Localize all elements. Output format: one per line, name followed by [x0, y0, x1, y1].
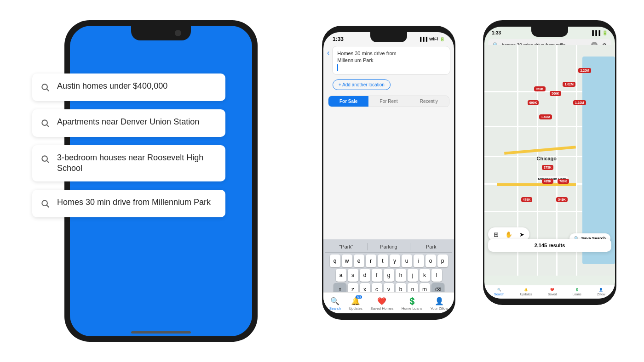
front-nav-bar: 🔍 Search 🔔 63 Updates ❤️ Saved Homes 💲 — [323, 292, 454, 313]
front-nav-updates[interactable]: 🔔 63 Updates — [349, 296, 362, 311]
search-icon-4 — [40, 198, 51, 209]
back-nav-saved[interactable]: ❤️ Saved — [548, 288, 557, 296]
back-status-icons: ▐▐▐ 🔋 — [591, 30, 608, 35]
back-nav-updates-icon: 🔔 — [524, 288, 528, 292]
front-nav-loans-icon: 💲 — [408, 296, 417, 305]
touch-button[interactable]: ✋ — [504, 229, 514, 239]
tab-for-rent[interactable]: For Rent — [368, 96, 408, 107]
back-nav-profile-icon: 👤 — [599, 288, 603, 292]
front-time: 1:33 — [333, 36, 344, 42]
key-e[interactable]: e — [354, 255, 364, 267]
keyboard-row-2: a s d f g h j k l — [325, 269, 452, 282]
key-a[interactable]: a — [336, 269, 346, 282]
key-q[interactable]: q — [330, 255, 340, 267]
key-k[interactable]: k — [420, 269, 430, 282]
search-text-2: Apartments near Denver Union Station — [57, 117, 199, 127]
front-phone-notch — [370, 32, 407, 42]
property-tabs: For Sale For Rent Recently — [328, 96, 449, 107]
phone-home-bar — [131, 331, 191, 334]
keyboard-suggestions: "Park" Parking Park — [325, 241, 452, 253]
key-w[interactable]: w — [342, 255, 352, 267]
key-u[interactable]: u — [402, 255, 412, 267]
key-p[interactable]: p — [437, 255, 448, 267]
layers-button[interactable]: ⊞ — [491, 229, 501, 239]
key-f[interactable]: f — [372, 269, 382, 282]
search-card-1[interactable]: Austin homes under $400,000 — [32, 74, 225, 101]
front-nav-search[interactable]: 🔍 Search — [329, 296, 341, 311]
key-r[interactable]: r — [366, 255, 376, 267]
key-l[interactable]: l — [431, 269, 442, 282]
front-nav-saved-icon: ❤️ — [377, 296, 386, 305]
svg-point-0 — [42, 84, 47, 90]
svg-line-5 — [47, 161, 49, 163]
svg-line-7 — [47, 205, 49, 208]
results-count-bar: 2,145 results — [488, 239, 611, 252]
map-highway-1 — [504, 146, 576, 155]
key-h[interactable]: h — [396, 269, 406, 282]
back-phone-screen: 1:33 ▐▐▐ 🔋 🔍 homes 30 mins drive from mi… — [484, 27, 615, 299]
back-nav-updates[interactable]: 🔔 Updates — [520, 288, 532, 296]
back-arrow-button[interactable]: ‹ — [327, 49, 329, 57]
back-nav-profile[interactable]: 👤 Zillow — [597, 288, 605, 296]
back-time: 1:33 — [492, 30, 501, 35]
suggest-park[interactable]: Park — [410, 243, 452, 250]
key-s[interactable]: s — [348, 269, 358, 282]
front-nav-loans[interactable]: 💲 Home Loans — [402, 296, 422, 311]
tab-recently[interactable]: Recently — [409, 96, 449, 107]
chicago-city-label: Chicago — [537, 156, 557, 161]
svg-line-1 — [47, 89, 49, 91]
price-pin-2: 1.02M — [563, 82, 575, 87]
price-pin-11: 479K — [521, 197, 533, 202]
search-query-text: Homes 30 mins drive fromMillennium Park — [337, 50, 396, 64]
key-y[interactable]: y — [390, 255, 400, 267]
phone-camera — [175, 30, 181, 36]
navigation-button[interactable]: ➤ — [517, 229, 527, 239]
search-cards-list: Austin homes under $400,000 Apartments n… — [32, 74, 225, 217]
tab-for-sale[interactable]: For Sale — [328, 96, 368, 107]
front-phone-screen: 1:33 ▐▐▐ WiFi 🔋 ‹ Homes 30 mins drive fr… — [323, 32, 454, 313]
price-pin-1: 2.25M — [578, 68, 591, 73]
suggest-park-quote[interactable]: "Park" — [325, 243, 368, 250]
back-nav-bar: 🔍 Search 🔔 Updates ❤️ Saved 💲 Loans 👤 — [484, 285, 615, 299]
search-card-3[interactable]: 3-bedroom houses near Roosevelt High Sch… — [32, 145, 225, 181]
back-phone: 1:33 ▐▐▐ 🔋 🔍 homes 30 mins drive from mi… — [483, 20, 616, 305]
results-area — [323, 109, 454, 136]
front-nav-profile-icon: 👤 — [435, 296, 444, 305]
key-i[interactable]: i — [414, 255, 424, 267]
search-text-4: Homes 30 min drive from Millennium Park — [57, 197, 211, 208]
back-nav-search[interactable]: 🔍 Search — [494, 288, 504, 296]
search-card-4[interactable]: Homes 30 min drive from Millennium Park — [32, 190, 225, 217]
svg-point-2 — [42, 120, 47, 125]
search-text-input[interactable]: Homes 30 mins drive fromMillennium Park — [332, 46, 450, 75]
search-card-2[interactable]: Apartments near Denver Union Station — [32, 109, 225, 137]
add-location-button[interactable]: + Add another location — [333, 79, 391, 90]
svg-point-6 — [42, 200, 47, 206]
search-text-1: Austin homes under $400,000 — [57, 81, 167, 91]
back-map[interactable]: Chicago Millennium Park 2.25M 1.02M 959K… — [484, 45, 615, 276]
price-pin-6: 1.60M — [539, 114, 552, 119]
front-nav-saved[interactable]: ❤️ Saved Homes — [370, 296, 393, 311]
back-nav-loans-icon: 💲 — [575, 288, 579, 292]
search-input-wrapper: Homes 30 mins drive fromMillennium Park — [332, 46, 450, 75]
back-nav-loans[interactable]: 💲 Loans — [573, 288, 581, 296]
front-status-icons: ▐▐▐ WiFi 🔋 — [419, 37, 445, 41]
key-t[interactable]: t — [378, 255, 388, 267]
search-text-3: 3-bedroom houses near Roosevelt High Sch… — [57, 153, 216, 174]
price-pin-5: 600K — [528, 100, 539, 105]
svg-line-3 — [47, 125, 49, 127]
suggest-parking[interactable]: Parking — [368, 243, 410, 250]
key-d[interactable]: d — [360, 269, 370, 282]
updates-badge: 63 — [356, 295, 362, 299]
front-nav-profile[interactable]: 👤 Your Zillow — [430, 296, 448, 311]
cursor — [337, 64, 338, 71]
key-j[interactable]: j — [408, 269, 418, 282]
key-o[interactable]: o — [426, 255, 436, 267]
price-pin-4: 500K — [550, 91, 561, 96]
back-phone-notch — [531, 27, 568, 37]
map-highway-2 — [497, 183, 575, 186]
back-nav-saved-icon: ❤️ — [550, 288, 554, 292]
keyboard-row-1: q w e r t y u i o p — [325, 255, 452, 267]
front-phone: 1:33 ▐▐▐ WiFi 🔋 ‹ Homes 30 mins drive fr… — [322, 26, 455, 320]
back-nav-search-icon: 🔍 — [497, 288, 501, 292]
key-g[interactable]: g — [384, 269, 394, 282]
